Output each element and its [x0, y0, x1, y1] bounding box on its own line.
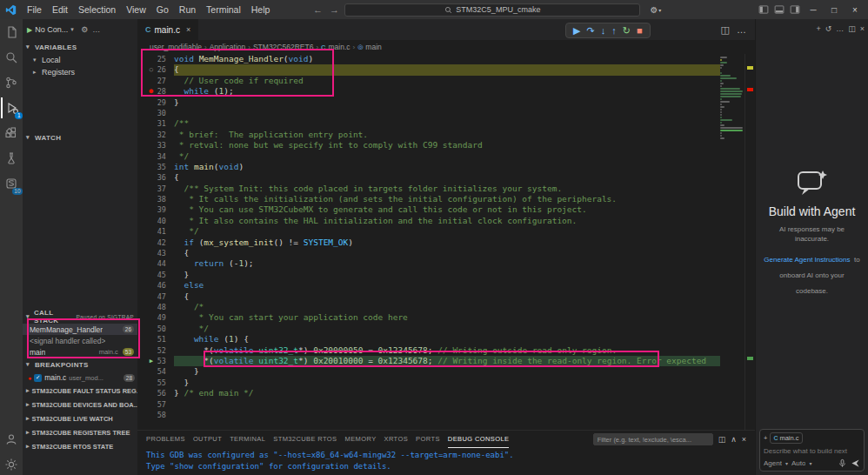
code-line-41[interactable]: 41 */ [137, 226, 720, 237]
code-line-52[interactable]: 52 *(volatile uint32_t*) 0x20000050 = 0x… [137, 345, 720, 356]
tab-main-c[interactable]: C main.c × [137, 19, 198, 40]
panel-tab[interactable]: XRTOS [384, 432, 409, 448]
close-button[interactable]: × [847, 5, 863, 15]
gutter-line-58[interactable]: 58 [137, 410, 174, 420]
code-line-46[interactable]: 46 else [137, 280, 720, 291]
send-icon[interactable] [851, 458, 860, 468]
code-line-35[interactable]: 35int main(void) [137, 162, 720, 172]
gutter-line-32[interactable]: 32 [137, 130, 174, 140]
toggle-sidebar-icon[interactable] [758, 4, 769, 15]
callstack-frame-signal[interactable]: <signal handler called> [23, 335, 137, 346]
code-line-58[interactable]: 58 [137, 410, 720, 420]
add-context-button[interactable]: + [764, 434, 767, 442]
mic-icon[interactable] [838, 458, 847, 468]
gutter-line-27[interactable]: 27 [137, 76, 174, 86]
minimize-button[interactable]: ─ [805, 5, 821, 15]
code-line-33[interactable]: 33 * retval: none but we specify int to … [137, 140, 720, 151]
toggle-panel-icon[interactable] [774, 4, 785, 15]
stm32cube-section-header[interactable]: STM32CUBE FAULT STATUS REG... [23, 384, 137, 398]
search-view-icon[interactable] [1, 47, 22, 68]
chat-input-box[interactable]: + C main.c Agent ▾ Auto ▾ [759, 429, 865, 472]
account-icon[interactable] [1, 429, 22, 450]
gutter-line-45[interactable]: 45 [137, 270, 174, 280]
debug-more-actions-icon[interactable]: … [92, 25, 100, 34]
code-line-38[interactable]: 38 * It calls the initialization (and se… [137, 194, 720, 204]
forward-icon[interactable]: → [328, 4, 340, 15]
code-line-50[interactable]: 50 */ [137, 324, 720, 334]
agent-mode-select[interactable]: Agent [764, 459, 782, 467]
stm32cube-icon[interactable]: 10 [1, 173, 22, 194]
code-line-42[interactable]: 42 if (mx_system_init() != SYSTEM_OK) [137, 238, 720, 248]
back-icon[interactable]: ← [311, 4, 324, 15]
menu-item[interactable]: File [22, 4, 47, 15]
gutter-line-31[interactable]: 31 [137, 118, 174, 129]
stm32cube-section-header[interactable]: STM32CUBE DEVICES AND BOA... [23, 398, 137, 411]
panel-tab[interactable]: TERMINAL [230, 432, 265, 448]
gutter-line-37[interactable]: 37 [137, 184, 174, 194]
restart-button[interactable]: ↻ [623, 25, 631, 37]
variables-item-registers[interactable]: ▸ Registers [23, 66, 137, 78]
minimap-container[interactable] [720, 54, 755, 430]
code-line-40[interactable]: 40 * It also contains the HAL initializa… [137, 216, 720, 226]
code-line-43[interactable]: 43 { [137, 248, 720, 258]
panel-tab[interactable]: PORTS [416, 432, 440, 448]
chat-history-icon[interactable]: ↺ [825, 24, 832, 33]
code-line-36[interactable]: 36{ [137, 172, 720, 183]
code-line-55[interactable]: 55 } [137, 378, 720, 388]
start-debug-button[interactable]: ▶ [27, 26, 32, 34]
code-line-37[interactable]: 37 /** System Init: this code placed in … [137, 184, 720, 194]
menu-item[interactable]: Go [151, 4, 174, 15]
gutter-line-28[interactable]: ●28 [137, 86, 174, 97]
step-over-button[interactable]: ↷ [586, 25, 594, 37]
callstack-frame-main[interactable]: main main.c 53 [23, 346, 137, 358]
tab-close-icon[interactable]: × [186, 25, 190, 34]
code-line-49[interactable]: 49 * You can start your application code… [137, 312, 720, 323]
panel-split-icon[interactable]: ◫ [718, 435, 726, 444]
code-line-32[interactable]: 32 * brief: The application entry point. [137, 130, 720, 140]
gutter-line-29[interactable]: 29 [137, 97, 174, 108]
code-line-48[interactable]: 48 /* [137, 302, 720, 312]
code-line-31[interactable]: 31/** [137, 118, 720, 129]
chat-close-icon[interactable]: × [860, 24, 865, 33]
stop-button[interactable]: ■ [637, 25, 643, 36]
code-line-28[interactable]: ●28 while (1); [137, 86, 720, 97]
debug-console-output[interactable]: This GDB was configured as "--host=x86_6… [137, 448, 755, 475]
source-control-icon[interactable] [1, 72, 22, 93]
code-line-47[interactable]: 47 { [137, 291, 720, 302]
callstack-header[interactable]: ▾ CALL STACK Paused on SIGTRAP [23, 310, 137, 324]
gutter-line-52[interactable]: 52 [137, 345, 174, 356]
minimap[interactable] [720, 54, 744, 430]
settings-gear-icon[interactable] [1, 454, 22, 475]
debug-console-filter-input[interactable] [593, 433, 713, 445]
gutter-line-39[interactable]: 39 [137, 204, 174, 215]
breadcrumb-item[interactable]: main [365, 43, 381, 51]
gutter-line-33[interactable]: 33 [137, 140, 174, 151]
breadcrumb-item[interactable]: STM32C562RET6 [253, 43, 313, 51]
chat-split-icon[interactable]: ◫ [848, 24, 856, 33]
watch-header[interactable]: ▾ WATCH [23, 130, 137, 144]
breadcrumb-item[interactable]: user_modifiable [150, 43, 202, 51]
gutter-line-43[interactable]: 43 [137, 248, 174, 258]
gutter-line-41[interactable]: 41 [137, 226, 174, 237]
gutter-line-34[interactable]: 34 [137, 151, 174, 162]
split-editor-icon[interactable]: ◫ [721, 24, 730, 36]
model-select[interactable]: Auto [791, 459, 805, 467]
continue-button[interactable]: ▶ [573, 25, 580, 37]
gutter-line-38[interactable]: 38 [137, 194, 174, 204]
menu-item[interactable]: Help [246, 4, 276, 15]
gutter-line-48[interactable]: 48 [137, 302, 174, 312]
panel-maximize-icon[interactable]: ∧ [731, 435, 737, 444]
panel-close-icon[interactable]: × [742, 435, 746, 444]
code-line-44[interactable]: 44 return (-1); [137, 258, 720, 269]
gutter-line-46[interactable]: 46 [137, 280, 174, 291]
context-chip[interactable]: C main.c [770, 432, 802, 444]
panel-tab[interactable]: MEMORY [345, 432, 377, 448]
gutter-line-57[interactable]: 57 [137, 399, 174, 410]
menu-item[interactable]: Selection [73, 4, 121, 15]
code-line-56[interactable]: 56} /* end main */ [137, 388, 720, 398]
gutter-line-25[interactable]: 25 [137, 54, 174, 64]
menu-item[interactable]: Terminal [201, 4, 246, 15]
code-editor[interactable]: 25void MemManage_Handler(void)○26{27 // … [137, 54, 755, 430]
breadcrumb-item[interactable]: Application [210, 43, 246, 51]
testing-icon[interactable] [1, 148, 22, 169]
